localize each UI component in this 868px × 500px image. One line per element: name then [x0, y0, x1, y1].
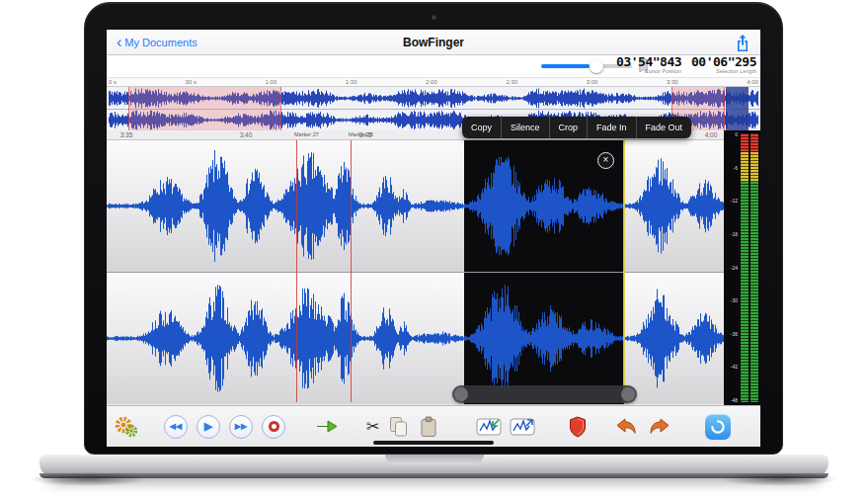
- ruler-tick: 2:30: [506, 78, 517, 86]
- menu-item-fade-in[interactable]: Fade In: [588, 117, 637, 138]
- selection-length-label: Selection Length: [691, 68, 756, 75]
- cut-button[interactable]: ✂: [366, 417, 379, 436]
- slider-fill: [541, 64, 590, 68]
- time-readouts: 03'54"843 Cursor Position 00'06"295 Sele…: [606, 55, 756, 75]
- marker-label: Marker 27: [294, 131, 319, 137]
- selection-close-button[interactable]: ×: [597, 152, 614, 169]
- nav-bar: ‹ My Documents BowFinger: [107, 30, 760, 55]
- ruler-tick: 4:00: [747, 78, 758, 86]
- marker-line-27[interactable]: [296, 140, 297, 402]
- gears-icon: [115, 415, 138, 439]
- green-arrow-icon: [315, 419, 339, 435]
- selection-end-line[interactable]: [623, 138, 625, 403]
- undo-button[interactable]: [614, 417, 638, 437]
- copy-button[interactable]: [389, 416, 409, 438]
- selection-length-readout: 00'06"295 Selection Length: [691, 55, 756, 75]
- share-icon[interactable]: [735, 34, 750, 51]
- webcam-dot: [432, 15, 436, 20]
- ruler-tick: 0 s: [109, 78, 117, 86]
- cursor-position-value: 03'54"843: [616, 55, 681, 68]
- marker-shield-icon: [569, 416, 587, 438]
- left-shadow: [30, 472, 148, 486]
- settings-button[interactable]: [115, 415, 138, 439]
- ruler-tick: 1:30: [346, 78, 357, 86]
- ruler-tick: 3:40: [240, 131, 253, 138]
- ruler-tick: 1:00: [266, 78, 277, 86]
- base-notch: [385, 455, 484, 464]
- twistedwave-app-icon: [705, 414, 731, 440]
- redo-button[interactable]: [648, 417, 671, 437]
- menu-item-fade-out[interactable]: Fade Out: [637, 117, 692, 138]
- edit-group: ✂: [366, 416, 438, 438]
- app-switcher-button[interactable]: [705, 414, 731, 440]
- cursor-position-readout: 03'54"843 Cursor Position: [616, 55, 681, 75]
- app-screen: ‹ My Documents BowFinger 03'54"843 Curso: [107, 30, 760, 447]
- record-icon: [269, 421, 279, 432]
- rewind-button[interactable]: ◀◀: [164, 415, 188, 439]
- forward-button[interactable]: ▶▶: [229, 415, 253, 439]
- level-meters: 0 -6 -12 -18 -24 -30 -36 -42 -48: [724, 130, 760, 405]
- marker-line-28[interactable]: [351, 140, 352, 402]
- right-shadow: [720, 472, 838, 486]
- menu-item-silence[interactable]: Silence: [502, 117, 550, 138]
- play-button[interactable]: ▶: [197, 415, 220, 439]
- selection-length-value: 00'06"295: [691, 55, 756, 68]
- zoom-group: [476, 417, 535, 437]
- ruler-tick: 3:30: [667, 78, 678, 86]
- overview-selection-block[interactable]: [726, 87, 749, 131]
- cursor-position-label: Cursor Position: [616, 68, 681, 75]
- add-marker-button[interactable]: [569, 416, 587, 438]
- history-group: [614, 417, 671, 437]
- record-button[interactable]: [262, 415, 285, 439]
- waveform-editor[interactable]: 3:35 3:40 3:45 3:50 3:55 4:00 Marker 27 …: [107, 130, 724, 405]
- overview-ruler: 0 s 30 s 1:00 1:30 2:00 2:30 3:00 3:30 4…: [107, 77, 760, 86]
- ruler-tick: 2:00: [426, 78, 437, 86]
- selection-handle-bar[interactable]: [452, 385, 637, 403]
- insert-button[interactable]: [315, 419, 339, 435]
- document-title: BowFinger: [107, 36, 760, 49]
- ruler-tick: 3:00: [587, 78, 598, 86]
- zoom-selection-out-button[interactable]: [510, 417, 535, 437]
- ruler-tick: 3:35: [120, 131, 133, 138]
- meter-scale: 0 -6 -12 -18 -24 -30 -36 -42 -48: [724, 132, 739, 403]
- info-bar: 03'54"843 Cursor Position 00'06"295 Sele…: [107, 55, 760, 77]
- context-menu: Copy Silence Crop Fade In Fade Out: [462, 117, 691, 138]
- base-edge: [39, 473, 829, 478]
- waveform-channel-right[interactable]: [107, 273, 724, 404]
- slider-knob[interactable]: [590, 59, 603, 73]
- meter-bar-left: [741, 133, 749, 402]
- zoom-selection-in-button[interactable]: [476, 417, 502, 437]
- waveform-channel-left[interactable]: [107, 140, 724, 272]
- menu-item-crop[interactable]: Crop: [550, 117, 589, 138]
- laptop-mockup: ‹ My Documents BowFinger 03'54"843 Curso: [0, 0, 868, 500]
- home-indicator[interactable]: [373, 441, 494, 445]
- ruler-tick: 4:00: [705, 131, 718, 138]
- ruler-tick: 30 s: [186, 78, 197, 86]
- paste-button[interactable]: [419, 416, 438, 438]
- channel-divider: [107, 272, 724, 273]
- transport-controls: ◀◀ ▶ ▶▶: [164, 415, 285, 439]
- overview-highlight-left: [128, 87, 281, 131]
- marker-label: Marker 28: [349, 131, 373, 137]
- menu-item-copy[interactable]: Copy: [462, 117, 502, 138]
- laptop-base: [39, 455, 829, 478]
- meter-bar-right: [750, 133, 758, 402]
